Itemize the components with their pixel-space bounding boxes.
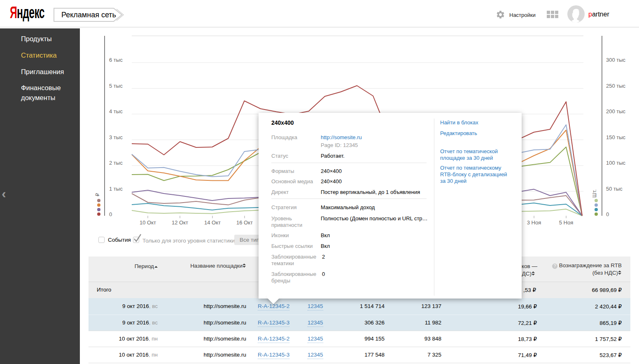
svg-text:16 Окт: 16 Окт (236, 219, 253, 226)
svg-text:4 тыс: 4 тыс (109, 108, 123, 114)
svg-text:200 тыс: 200 тыс (606, 108, 626, 114)
svg-text:5 Ноя: 5 Ноя (559, 219, 574, 226)
svg-text:Шт.: Шт. (591, 189, 597, 198)
svg-text:3 Ноя: 3 Ноя (527, 219, 541, 226)
svg-text:1 тыс: 1 тыс (109, 186, 123, 192)
svg-text:300 тыс: 300 тыс (606, 57, 626, 63)
svg-text:Рекламная сеть: Рекламная сеть (61, 11, 116, 19)
svg-text:5 тыс: 5 тыс (109, 83, 123, 89)
svg-text:0: 0 (606, 211, 609, 217)
svg-text:250 тыс: 250 тыс (606, 83, 626, 89)
svg-text:14 Окт: 14 Окт (204, 219, 221, 226)
svg-text:₽: ₽ (94, 193, 100, 196)
svg-text:3 тыс: 3 тыс (109, 134, 123, 140)
svg-text:10 Окт: 10 Окт (140, 219, 156, 226)
svg-text:0: 0 (109, 211, 112, 217)
svg-text:50 тыс: 50 тыс (606, 186, 623, 192)
svg-text:100 тыс: 100 тыс (606, 160, 626, 166)
svg-text:12 Окт: 12 Окт (172, 219, 188, 226)
svg-text:150 тыс: 150 тыс (606, 134, 626, 140)
svg-text:6 тыс: 6 тыс (109, 57, 123, 63)
svg-text:2 тыс: 2 тыс (109, 160, 123, 166)
